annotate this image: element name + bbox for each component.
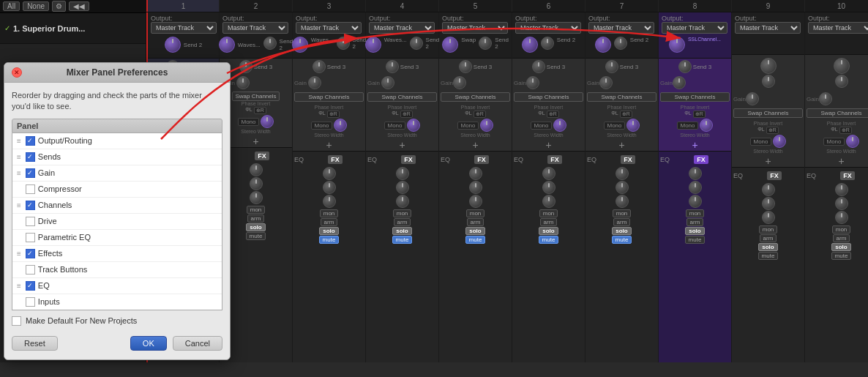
gain-knob-10[interactable] — [819, 92, 832, 105]
output-select-7[interactable]: Master Track — [588, 22, 654, 34]
fx-btn-10[interactable]: FX — [840, 171, 855, 180]
eq-mid-4[interactable] — [396, 181, 409, 194]
drag-handle-eq[interactable]: ≡ — [17, 282, 21, 290]
mon-btn-2[interactable]: mon — [247, 206, 266, 214]
checkbox-track-buttons[interactable] — [26, 265, 35, 275]
drag-handle-gain[interactable]: ≡ — [17, 169, 21, 177]
eq-hi-5[interactable] — [469, 167, 482, 180]
solo-4[interactable]: solo — [392, 227, 411, 235]
drag-handle-effects[interactable]: ≡ — [17, 250, 21, 258]
checkbox-inputs[interactable] — [26, 297, 35, 307]
gain-knob-4[interactable] — [381, 76, 394, 89]
solo-9[interactable]: solo — [758, 243, 777, 251]
output-select-1[interactable]: Master Track — [151, 22, 217, 34]
dialog-close-button[interactable]: ✕ — [12, 67, 22, 78]
knob-send2-ch3[interactable] — [337, 37, 350, 50]
knob-waves-ch4[interactable] — [365, 37, 381, 53]
eq-hi-6[interactable] — [542, 167, 555, 180]
fx-btn-4[interactable]: FX — [401, 155, 416, 164]
mon-7[interactable]: mon — [613, 209, 632, 217]
mon-6[interactable]: mon — [539, 209, 558, 217]
stereo-10[interactable]: ⊕R — [839, 127, 852, 134]
knob-send1-ch1[interactable] — [165, 37, 181, 53]
stereo-7[interactable]: ⊕R — [620, 111, 632, 118]
knob-send2-ch5[interactable] — [479, 37, 492, 50]
make-default-checkbox[interactable] — [12, 316, 21, 326]
checkbox-effects[interactable] — [26, 249, 35, 258]
eq-mid-7[interactable] — [616, 181, 629, 194]
knob-send2-ch4[interactable] — [410, 37, 423, 50]
arm-9[interactable]: arm — [760, 234, 777, 242]
checkbox-gain[interactable] — [26, 168, 35, 178]
width-7[interactable] — [626, 119, 640, 132]
fx-btn-2[interactable]: FX — [255, 152, 269, 160]
gain-knob-6[interactable] — [526, 76, 539, 89]
mon-10[interactable]: mon — [832, 225, 851, 234]
swap-9[interactable]: Swap Channels — [733, 108, 803, 118]
mono-btn-2[interactable]: Mono — [238, 118, 258, 126]
add-6[interactable]: + — [512, 139, 585, 151]
swap-8[interactable]: Swap Channels — [660, 92, 730, 102]
eq-lo-3[interactable] — [323, 195, 336, 208]
gain-knob-9[interactable] — [746, 92, 759, 105]
eq-lo-2[interactable] — [250, 191, 263, 204]
knob-send2-ch2[interactable] — [263, 37, 277, 50]
stereo-4[interactable]: ⊕R — [400, 111, 413, 118]
solo-btn-2[interactable]: solo — [246, 223, 265, 231]
fx-btn-5[interactable]: FX — [474, 155, 489, 164]
knob-waves-ch5[interactable] — [442, 37, 458, 53]
arm-btn-2[interactable]: arm — [247, 214, 265, 223]
mixer-preferences-dialog[interactable]: ✕ Mixer Panel Preferences Reorder by dra… — [4, 62, 231, 360]
swap-6[interactable]: Swap Channels — [514, 92, 583, 102]
checkbox-sends[interactable] — [26, 152, 35, 162]
mute-4[interactable]: mute — [392, 236, 413, 244]
solo-10[interactable]: solo — [831, 243, 850, 251]
output-select-6[interactable]: Master Track — [515, 22, 581, 34]
eq-hi-10[interactable] — [835, 183, 848, 196]
solo-6[interactable]: solo — [539, 227, 558, 235]
eq-mid-2[interactable] — [250, 177, 263, 190]
mute-5[interactable]: mute — [465, 236, 486, 244]
arm-3[interactable]: arm — [321, 218, 338, 226]
knob-waves-ch2[interactable] — [219, 37, 235, 53]
eq-mid-9[interactable] — [762, 197, 775, 210]
eq-hi-8[interactable] — [689, 167, 702, 180]
gain-knob-3[interactable] — [308, 76, 321, 89]
ok-button[interactable]: OK — [130, 336, 167, 351]
mono-7[interactable]: Mono — [604, 122, 624, 130]
checkbox-eq[interactable] — [26, 281, 35, 291]
add-10[interactable]: + — [805, 155, 868, 167]
eq-lo-5[interactable] — [469, 195, 482, 208]
mon-4[interactable]: mon — [393, 209, 412, 217]
solo-8[interactable]: solo — [685, 227, 704, 235]
arm-6[interactable]: arm — [540, 218, 558, 226]
mon-9[interactable]: mon — [759, 225, 778, 234]
mute-9[interactable]: mute — [758, 252, 779, 260]
knob-sec-10[interactable] — [835, 75, 848, 88]
none-button[interactable]: None — [23, 1, 49, 11]
all-button[interactable]: All — [3, 1, 20, 11]
eq-hi-4[interactable] — [396, 167, 409, 180]
mono-9[interactable]: Mono — [750, 138, 771, 146]
mono-8[interactable]: Mono — [677, 122, 697, 130]
swap-10[interactable]: Swap Channels — [807, 108, 868, 118]
checkbox-compressor[interactable] — [26, 184, 35, 194]
settings-button[interactable]: ⚙ — [52, 1, 66, 12]
width-9[interactable] — [773, 135, 786, 148]
knob-main-9[interactable] — [760, 58, 777, 74]
knob-send3-ch2[interactable] — [239, 60, 252, 73]
arm-4[interactable]: arm — [394, 218, 411, 226]
mute-7[interactable]: mute — [612, 236, 632, 244]
fx-btn-9[interactable]: FX — [767, 171, 782, 180]
width-3[interactable] — [334, 119, 347, 132]
mono-10[interactable]: Mono — [823, 138, 844, 146]
knob-send2-ch6[interactable] — [541, 37, 554, 50]
stereo-8[interactable]: ⊕R — [693, 111, 706, 118]
mute-btn-2[interactable]: mute — [246, 232, 266, 240]
eq-mid-8[interactable] — [689, 181, 702, 194]
knob-waves-ch6[interactable] — [522, 37, 538, 53]
eq-mid-5[interactable] — [469, 181, 482, 194]
eq-mid-3[interactable] — [323, 181, 336, 194]
checkbox-drive[interactable] — [26, 217, 35, 226]
add-3[interactable]: + — [293, 139, 365, 151]
